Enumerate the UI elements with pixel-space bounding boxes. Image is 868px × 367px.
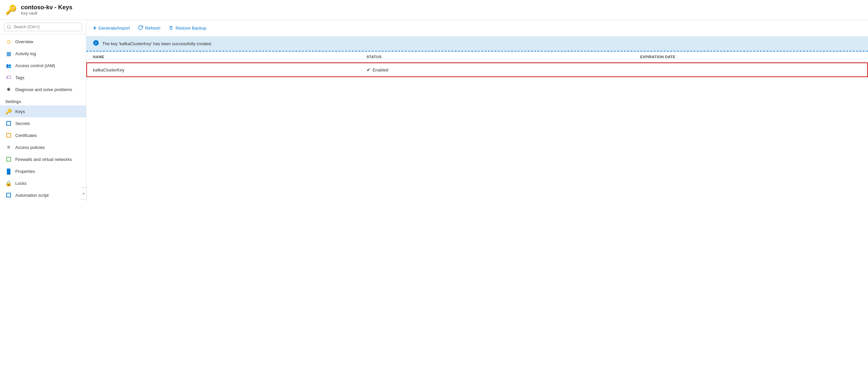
refresh-label: Refresh [145,26,160,31]
page-title: contoso-kv - Keys [21,4,72,11]
sidebar-nav: ⊙ Overview ▦ Activity log 👥 Access contr… [0,34,86,202]
sidebar-item-certificates[interactable]: Certificates [0,129,86,141]
access-control-icon: 👥 [5,62,12,69]
sidebar-search-container [0,20,86,34]
svg-rect-7 [7,194,10,197]
key-status-cell: ✔ Enabled [360,62,633,78]
sidebar-item-label: Access policies [15,145,45,150]
tags-icon: 🏷 [5,74,12,81]
key-expiration-cell [633,62,868,78]
sidebar-item-access-policies[interactable]: ≡ Access policies [0,141,86,153]
col-header-name: NAME [86,52,360,62]
notification-bar: i The key 'kafkaClusterKey' has been suc… [86,36,868,52]
generate-import-label: Generate/Import [99,26,130,31]
svg-rect-5 [7,158,10,161]
keyvault-icon: 🔑 [5,4,17,15]
properties-icon: ▐▌ [5,168,12,174]
svg-text:i: i [96,41,97,45]
sidebar-item-keys[interactable]: 🔑 Keys [0,105,86,117]
sidebar-item-label: Tags [15,75,24,80]
refresh-button[interactable]: Refresh [138,25,160,32]
svg-rect-1 [7,122,10,125]
access-policies-icon: ≡ [5,144,12,150]
locks-icon: 🔒 [5,180,12,187]
main-content: + Generate/Import Refresh Restore Backup… [86,20,868,367]
sidebar-item-properties[interactable]: ▐▌ Properties [0,165,86,177]
refresh-icon [138,25,143,32]
sidebar-item-label: Overview [15,39,33,44]
content-toolbar: + Generate/Import Refresh Restore Backup [86,20,868,36]
key-name-cell: kafkaClusterKey [86,62,360,78]
plus-icon: + [93,25,97,32]
keys-icon: 🔑 [5,108,12,115]
col-header-status: STATUS [360,52,633,62]
sidebar-item-locks[interactable]: 🔒 Locks [0,177,86,189]
sidebar-item-label: Firewalls and virtual networks [15,157,72,162]
sidebar-item-label: Certificates [15,133,37,138]
enabled-checkmark: ✔ [367,67,371,73]
sidebar-item-label: Secrets [15,121,30,126]
sidebar-item-label: Automation script [15,193,49,198]
keys-table: NAME STATUS EXPIRATION DATE kafkaCluster… [86,52,868,77]
sidebar-item-firewalls[interactable]: Firewalls and virtual networks [0,153,86,165]
sidebar-item-overview[interactable]: ⊙ Overview [0,35,86,48]
automation-icon [5,192,12,198]
restore-backup-button[interactable]: Restore Backup [168,25,207,32]
sidebar-item-label: Locks [15,181,27,186]
page-header: 🔑 contoso-kv - Keys Key vault [0,0,868,20]
restore-backup-label: Restore Backup [176,26,207,31]
activity-log-icon: ▦ [5,50,12,57]
table-row[interactable]: kafkaClusterKey ✔ Enabled [86,62,868,78]
overview-icon: ⊙ [5,38,12,45]
restore-icon [168,25,174,32]
svg-rect-3 [7,134,10,137]
sidebar-item-secrets[interactable]: Secrets [0,117,86,129]
diagnose-icon: ✱ [5,86,12,93]
enabled-label: Enabled [373,67,389,73]
info-icon: i [93,40,99,48]
sidebar-item-label: Access control (IAM) [15,63,55,68]
sidebar: ⊙ Overview ▦ Activity log 👥 Access contr… [0,20,86,202]
sidebar-item-automation[interactable]: Automation script [0,189,86,201]
page-subtitle: Key vault [21,11,72,16]
secrets-icon [5,120,12,126]
search-input[interactable] [4,23,82,31]
certificates-icon [5,132,12,139]
firewalls-icon [5,156,12,163]
sidebar-item-tags[interactable]: 🏷 Tags [0,72,86,83]
sidebar-item-label: Activity log [15,51,36,56]
settings-section-label: Settings [0,95,86,105]
generate-import-button[interactable]: + Generate/Import [93,25,130,32]
col-header-expiration: EXPIRATION DATE [633,52,868,62]
sidebar-item-activity-log[interactable]: ▦ Activity log [0,48,86,59]
notification-text: The key 'kafkaClusterKey' has been succe… [102,41,212,46]
sidebar-item-label: Properties [15,169,35,174]
sidebar-item-label: Diagnose and solve problems [15,87,72,92]
sidebar-collapse-button[interactable]: « [81,188,87,199]
sidebar-item-label: Keys [15,109,25,114]
sidebar-item-diagnose[interactable]: ✱ Diagnose and solve problems [0,83,86,95]
sidebar-item-access-control[interactable]: 👥 Access control (IAM) [0,59,86,72]
